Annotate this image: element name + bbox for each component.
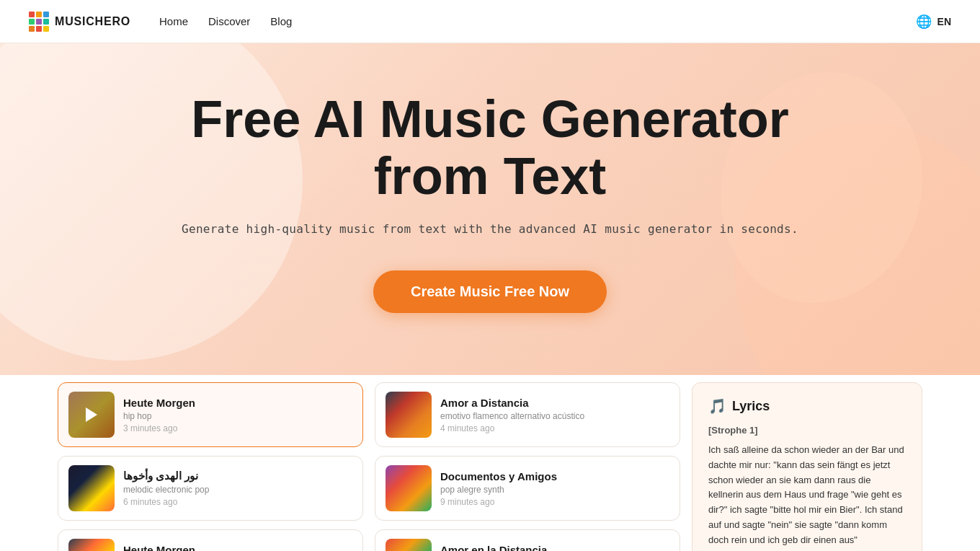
card-title-5: Heute Morgen <box>123 544 352 552</box>
lyrics-panel: 🎵 Lyrics [Strophe 1] Ich saß alleine da … <box>692 382 922 551</box>
hero-title: Free AI Music Generator from Text <box>191 91 789 205</box>
card-thumb-1 <box>68 392 115 438</box>
card-genre-2: emotivo flamenco alternativo acústico <box>440 411 669 421</box>
nav-home[interactable]: Home <box>159 15 188 27</box>
navbar: MUSICHERO Home Discover Blog 🌐 EN <box>0 0 980 43</box>
lyrics-strophe: [Strophe 1] <box>708 425 906 436</box>
language-selector[interactable]: 🌐 EN <box>916 14 951 30</box>
card-thumb-img-6 <box>386 539 432 551</box>
hero-subtitle: Generate high-quality music from text wi… <box>182 222 798 236</box>
card-genre-1: hip hop <box>123 411 352 421</box>
nav-blog[interactable]: Blog <box>270 15 292 27</box>
music-card-4[interactable]: Documentos y Amigos pop alegre synth 9 m… <box>375 456 680 521</box>
card-title-6: Amor en la Distancia <box>440 544 669 552</box>
music-card-2[interactable]: Amor a Distancia emotivo flamenco altern… <box>375 382 680 447</box>
card-genre-4: pop alegre synth <box>440 485 669 495</box>
card-time-3: 6 minutes ago <box>123 497 352 507</box>
cta-button[interactable]: Create Music Free Now <box>373 270 607 313</box>
card-genre-3: melodic electronic pop <box>123 485 352 495</box>
card-time-2: 4 minutes ago <box>440 423 669 433</box>
lyrics-body: Ich saß alleine da schon wieder an der B… <box>708 443 906 551</box>
music-card-5[interactable]: Heute Morgen techno 12 minutes ago <box>58 529 363 551</box>
cards-section: Heute Morgen hip hop 3 minutes ago نور ا… <box>0 368 980 551</box>
play-overlay-1 <box>68 392 115 438</box>
card-thumb-img-4 <box>386 465 432 511</box>
card-thumb-3 <box>68 465 115 511</box>
card-title-2: Amor a Distancia <box>440 397 669 409</box>
card-info-6: Amor en la Distancia esperanzador emotiv… <box>440 544 669 552</box>
card-thumb-img-5 <box>68 539 115 551</box>
card-info-1: Heute Morgen hip hop 3 minutes ago <box>123 397 352 433</box>
card-thumb-img-3 <box>68 465 115 511</box>
music-cards: Heute Morgen hip hop 3 minutes ago نور ا… <box>58 368 680 551</box>
card-info-5: Heute Morgen techno 12 minutes ago <box>123 544 352 552</box>
music-card-1[interactable]: Heute Morgen hip hop 3 minutes ago <box>58 382 363 447</box>
hero-section: Free AI Music Generator from Text Genera… <box>0 43 980 375</box>
card-time-1: 3 minutes ago <box>123 423 352 433</box>
card-thumb-2 <box>386 392 432 438</box>
language-icon: 🌐 <box>916 14 932 30</box>
nav-links: Home Discover Blog <box>159 15 916 27</box>
card-info-3: نور الهدى وأخوها melodic electronic pop … <box>123 470 352 507</box>
lyrics-icon: 🎵 <box>708 397 726 415</box>
logo-icon <box>29 12 49 32</box>
music-card-3[interactable]: نور الهدى وأخوها melodic electronic pop … <box>58 456 363 521</box>
music-card-6[interactable]: Amor en la Distancia esperanzador emotiv… <box>375 529 680 551</box>
lyrics-header: 🎵 Lyrics <box>708 397 906 415</box>
language-label: EN <box>937 16 951 27</box>
logo[interactable]: MUSICHERO <box>29 12 130 32</box>
card-time-4: 9 minutes ago <box>440 497 669 507</box>
nav-discover[interactable]: Discover <box>208 15 250 27</box>
music-col-right: Amor a Distancia emotivo flamenco altern… <box>375 382 680 551</box>
logo-text: MUSICHERO <box>55 15 130 28</box>
card-title-4: Documentos y Amigos <box>440 470 669 482</box>
card-thumb-5 <box>68 539 115 551</box>
card-title-3: نور الهدى وأخوها <box>123 470 352 482</box>
card-thumb-img-2 <box>386 392 432 438</box>
card-title-1: Heute Morgen <box>123 397 352 409</box>
card-thumb-6 <box>386 539 432 551</box>
card-info-2: Amor a Distancia emotivo flamenco altern… <box>440 397 669 433</box>
music-col-left: Heute Morgen hip hop 3 minutes ago نور ا… <box>58 382 363 551</box>
card-info-4: Documentos y Amigos pop alegre synth 9 m… <box>440 470 669 507</box>
card-thumb-4 <box>386 465 432 511</box>
play-icon-1 <box>86 407 97 422</box>
lyrics-title: Lyrics <box>732 399 770 414</box>
